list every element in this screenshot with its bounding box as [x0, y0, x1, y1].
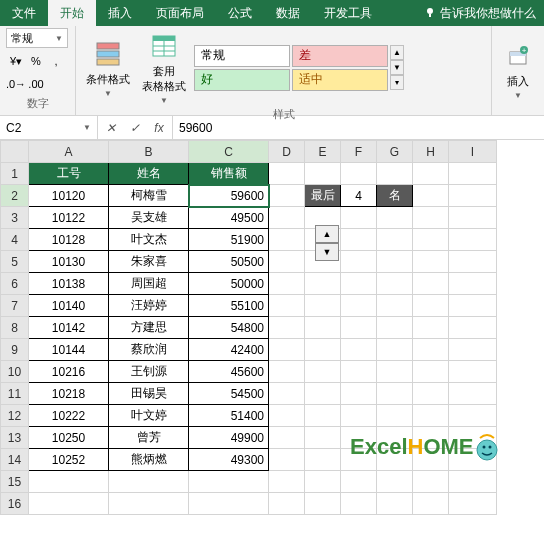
cell-D5[interactable]	[269, 251, 305, 273]
cell-B11[interactable]: 田锡昊	[109, 383, 189, 405]
col-header-B[interactable]: B	[109, 141, 189, 163]
cell-A16[interactable]	[29, 493, 109, 515]
cell-D13[interactable]	[269, 427, 305, 449]
cell-H3[interactable]	[413, 207, 449, 229]
tab-file[interactable]: 文件	[0, 0, 48, 26]
table-format-button[interactable]: 套用 表格格式 ▼	[138, 28, 190, 107]
row-header-16[interactable]: 16	[1, 493, 29, 515]
cell-C12[interactable]: 51400	[189, 405, 269, 427]
row-header-13[interactable]: 13	[1, 427, 29, 449]
row-header-5[interactable]: 5	[1, 251, 29, 273]
cell-E15[interactable]	[305, 471, 341, 493]
cell-C4[interactable]: 51900	[189, 229, 269, 251]
row-header-8[interactable]: 8	[1, 317, 29, 339]
cell-A5[interactable]: 10130	[29, 251, 109, 273]
cell-F10[interactable]	[341, 361, 377, 383]
cell-F7[interactable]	[341, 295, 377, 317]
cell-E6[interactable]	[305, 273, 341, 295]
cell-B12[interactable]: 叶文婷	[109, 405, 189, 427]
cell-C16[interactable]	[189, 493, 269, 515]
cell-D4[interactable]	[269, 229, 305, 251]
spinner-down-button[interactable]: ▼	[315, 243, 339, 261]
cell-H8[interactable]	[413, 317, 449, 339]
cell-D7[interactable]	[269, 295, 305, 317]
cell-G11[interactable]	[377, 383, 413, 405]
tell-me[interactable]: 告诉我你想做什么	[416, 0, 544, 26]
cell-A1[interactable]: 工号	[29, 163, 109, 185]
cell-C8[interactable]: 54800	[189, 317, 269, 339]
cell-H11[interactable]	[413, 383, 449, 405]
cell-C5[interactable]: 50500	[189, 251, 269, 273]
cell-C9[interactable]: 42400	[189, 339, 269, 361]
cell-C1[interactable]: 销售额	[189, 163, 269, 185]
cell-D16[interactable]	[269, 493, 305, 515]
cell-A9[interactable]: 10144	[29, 339, 109, 361]
cell-I15[interactable]	[449, 471, 497, 493]
row-header-15[interactable]: 15	[1, 471, 29, 493]
cell-A3[interactable]: 10122	[29, 207, 109, 229]
cell-G1[interactable]	[377, 163, 413, 185]
row-header-7[interactable]: 7	[1, 295, 29, 317]
cell-A8[interactable]: 10142	[29, 317, 109, 339]
cell-A11[interactable]: 10218	[29, 383, 109, 405]
comma-button[interactable]: ,	[46, 51, 66, 71]
select-all-corner[interactable]	[1, 141, 29, 163]
cell-E16[interactable]	[305, 493, 341, 515]
cell-H4[interactable]	[413, 229, 449, 251]
cell-B7[interactable]: 汪婷婷	[109, 295, 189, 317]
cell-F15[interactable]	[341, 471, 377, 493]
cell-D11[interactable]	[269, 383, 305, 405]
cell-G12[interactable]	[377, 405, 413, 427]
cell-G9[interactable]	[377, 339, 413, 361]
cell-F4[interactable]	[341, 229, 377, 251]
style-bad[interactable]: 差	[292, 45, 388, 67]
cell-A2[interactable]: 10120	[29, 185, 109, 207]
cell-C3[interactable]: 49500	[189, 207, 269, 229]
cell-E11[interactable]	[305, 383, 341, 405]
cell-G2[interactable]: 名	[377, 185, 413, 207]
cell-B5[interactable]: 朱家喜	[109, 251, 189, 273]
cell-E1[interactable]	[305, 163, 341, 185]
cell-D10[interactable]	[269, 361, 305, 383]
cell-E9[interactable]	[305, 339, 341, 361]
percent-button[interactable]: %	[26, 51, 46, 71]
col-header-A[interactable]: A	[29, 141, 109, 163]
accounting-format-button[interactable]: ¥▾	[6, 51, 26, 71]
tab-layout[interactable]: 页面布局	[144, 0, 216, 26]
cell-A6[interactable]: 10138	[29, 273, 109, 295]
cell-H12[interactable]	[413, 405, 449, 427]
cell-B15[interactable]	[109, 471, 189, 493]
cell-H2[interactable]	[413, 185, 449, 207]
tab-data[interactable]: 数据	[264, 0, 312, 26]
cell-I8[interactable]	[449, 317, 497, 339]
cell-I16[interactable]	[449, 493, 497, 515]
fx-button[interactable]: fx	[150, 119, 168, 137]
cell-B2[interactable]: 柯梅雪	[109, 185, 189, 207]
cell-D8[interactable]	[269, 317, 305, 339]
col-header-I[interactable]: I	[449, 141, 497, 163]
cell-I12[interactable]	[449, 405, 497, 427]
cell-A14[interactable]: 10252	[29, 449, 109, 471]
cell-C6[interactable]: 50000	[189, 273, 269, 295]
cell-A13[interactable]: 10250	[29, 427, 109, 449]
cell-F5[interactable]	[341, 251, 377, 273]
cell-I6[interactable]	[449, 273, 497, 295]
cell-F8[interactable]	[341, 317, 377, 339]
conditional-format-button[interactable]: 条件格式 ▼	[82, 36, 134, 100]
cell-F2[interactable]: 4	[341, 185, 377, 207]
cell-I4[interactable]	[449, 229, 497, 251]
cell-C14[interactable]: 49300	[189, 449, 269, 471]
spinner-up-button[interactable]: ▲	[315, 225, 339, 243]
style-good[interactable]: 好	[194, 69, 290, 91]
cell-B8[interactable]: 方建思	[109, 317, 189, 339]
cell-A10[interactable]: 10216	[29, 361, 109, 383]
cell-I11[interactable]	[449, 383, 497, 405]
row-header-2[interactable]: 2	[1, 185, 29, 207]
cell-I7[interactable]	[449, 295, 497, 317]
row-header-9[interactable]: 9	[1, 339, 29, 361]
row-header-3[interactable]: 3	[1, 207, 29, 229]
col-header-E[interactable]: E	[305, 141, 341, 163]
cell-B6[interactable]: 周国超	[109, 273, 189, 295]
cell-G5[interactable]	[377, 251, 413, 273]
style-normal[interactable]: 常规	[194, 45, 290, 67]
